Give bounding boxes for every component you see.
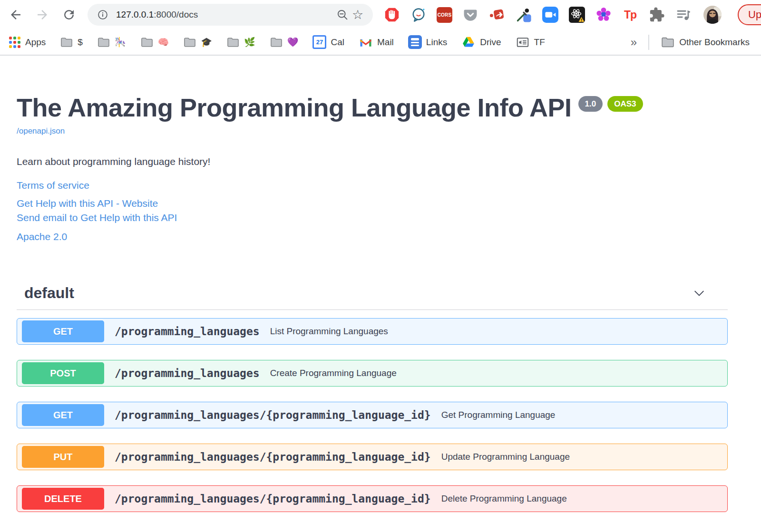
apps-grid-icon bbox=[9, 36, 21, 48]
endpoint-row[interactable]: GET /programming_languages/{programming_… bbox=[17, 402, 728, 428]
folder-icon bbox=[661, 35, 675, 49]
extension-icons: CORS Tp Update ⋮ bbox=[383, 4, 761, 25]
openapi-spec-link[interactable]: /openapi.json bbox=[17, 126, 65, 136]
bookmark-folder-heart[interactable]: 💜 bbox=[270, 36, 299, 49]
extensions-puzzle-icon[interactable] bbox=[648, 6, 665, 23]
endpoint-path: /programming_languages/{programming_lang… bbox=[115, 451, 431, 463]
folder-icon bbox=[226, 36, 240, 49]
bookmark-folder-herb[interactable]: 🌿 bbox=[226, 36, 255, 49]
links-list-icon bbox=[408, 35, 422, 49]
http-method-badge: POST bbox=[22, 362, 104, 384]
bookmark-links[interactable]: Links bbox=[408, 35, 447, 49]
folder-icon bbox=[60, 36, 73, 49]
folder-icon bbox=[183, 36, 196, 49]
version-badge: 1.0 bbox=[578, 96, 603, 112]
reload-icon[interactable] bbox=[61, 7, 77, 23]
endpoint-summary: Create Programming Language bbox=[270, 368, 397, 378]
calendar-icon: 27 bbox=[312, 35, 326, 49]
endpoint-path: /programming_languages bbox=[115, 367, 260, 379]
http-method-badge: GET bbox=[22, 320, 104, 342]
endpoint-summary: List Programming Languages bbox=[270, 326, 388, 337]
bookmark-folder-carousel[interactable]: 🎠 bbox=[97, 36, 126, 49]
bookmarks-bar: Apps $ 🎠 🧠 🎓 🌿 💜 27 Cal Mail Link bbox=[0, 29, 761, 56]
endpoint-summary: Get Programming Language bbox=[441, 410, 556, 420]
react-devtools-icon[interactable] bbox=[568, 6, 585, 23]
bookmark-star-icon[interactable]: ☆ bbox=[350, 7, 365, 22]
folder-icon bbox=[140, 36, 154, 49]
http-method-badge: PUT bbox=[22, 446, 104, 468]
endpoint-path: /programming_languages/{programming_lang… bbox=[115, 493, 431, 505]
playlist-icon[interactable] bbox=[675, 6, 692, 23]
endpoint-summary: Update Programming Language bbox=[441, 452, 570, 462]
zoom-out-icon[interactable] bbox=[335, 7, 350, 22]
endpoint-row[interactable]: POST /programming_languages Create Progr… bbox=[17, 360, 728, 387]
bookmark-calendar[interactable]: 27 Cal bbox=[312, 35, 344, 49]
forward-icon[interactable] bbox=[34, 7, 50, 23]
api-description: Learn about programming language history… bbox=[17, 156, 728, 167]
cors-extension-icon[interactable]: CORS bbox=[437, 7, 452, 23]
license-link[interactable]: Apache 2.0 bbox=[17, 230, 67, 243]
color-picker-icon[interactable] bbox=[515, 6, 532, 23]
folder-icon bbox=[270, 36, 283, 49]
pocket-icon[interactable] bbox=[462, 6, 479, 23]
browser-toolbar: 127.0.0.1:8000/docs ☆ CORS bbox=[0, 0, 761, 29]
endpoint-row[interactable]: GET /programming_languages List Programm… bbox=[17, 318, 728, 345]
endpoint-summary: Delete Programming Language bbox=[441, 493, 567, 504]
gmail-icon bbox=[359, 35, 373, 49]
http-method-badge: DELETE bbox=[22, 488, 104, 510]
page-info-icon[interactable] bbox=[95, 7, 110, 22]
help-email-link[interactable]: Send email to Get Help with this API bbox=[17, 211, 177, 224]
endpoint-row[interactable]: DELETE /programming_languages/{programmi… bbox=[17, 485, 728, 512]
bookmark-folder-dollar[interactable]: $ bbox=[60, 36, 83, 49]
tf-card-icon bbox=[516, 35, 530, 49]
endpoint-list: GET /programming_languages List Programm… bbox=[17, 318, 728, 512]
tp-extension-icon[interactable]: Tp bbox=[622, 6, 639, 23]
bookmark-gmail[interactable]: Mail bbox=[359, 35, 394, 49]
tag-section-header[interactable]: default bbox=[17, 284, 728, 310]
other-bookmarks-folder[interactable]: Other Bookmarks bbox=[661, 35, 750, 49]
endpoint-row[interactable]: PUT /programming_languages/{programming_… bbox=[17, 444, 728, 470]
bookmarks-divider bbox=[648, 35, 649, 50]
folder-icon bbox=[97, 36, 110, 49]
page-title: The Amazing Programming Language Info AP… bbox=[17, 92, 572, 123]
chevron-down-icon[interactable] bbox=[692, 286, 706, 300]
bookmark-tf[interactable]: TF bbox=[516, 35, 545, 49]
tag-section-title: default bbox=[24, 284, 74, 302]
bookmarks-overflow-chevron[interactable]: » bbox=[631, 36, 637, 49]
bookmark-folder-grad[interactable]: 🎓 bbox=[183, 36, 212, 49]
http-method-badge: GET bbox=[22, 404, 104, 426]
chrome-update-button[interactable]: Update ⋮ bbox=[738, 4, 761, 25]
adblock-icon[interactable] bbox=[383, 6, 400, 23]
url-text: 127.0.0.1:8000/docs bbox=[116, 10, 198, 20]
endpoint-path: /programming_languages bbox=[115, 325, 260, 338]
bookmark-folder-brain[interactable]: 🧠 bbox=[140, 36, 169, 49]
red-arrow-extension-icon[interactable] bbox=[488, 6, 506, 23]
endpoint-path: /programming_languages/{programming_lang… bbox=[115, 409, 431, 421]
bookmark-apps[interactable]: Apps bbox=[9, 36, 46, 48]
back-icon[interactable] bbox=[8, 7, 24, 23]
help-website-link[interactable]: Get Help with this API - Website bbox=[17, 197, 158, 210]
pinwheel-extension-icon[interactable] bbox=[595, 6, 612, 23]
profile-avatar[interactable] bbox=[703, 6, 722, 24]
drive-icon bbox=[461, 35, 476, 49]
bookmark-drive[interactable]: Drive bbox=[461, 35, 501, 49]
terms-of-service-link[interactable]: Terms of service bbox=[17, 179, 89, 192]
chat-bubble-icon[interactable] bbox=[410, 6, 427, 23]
address-bar[interactable]: 127.0.0.1:8000/docs ☆ bbox=[88, 4, 373, 26]
oas3-badge: OAS3 bbox=[607, 96, 643, 112]
zoom-app-icon[interactable] bbox=[542, 6, 559, 23]
swagger-page: The Amazing Programming Language Info AP… bbox=[0, 92, 761, 512]
